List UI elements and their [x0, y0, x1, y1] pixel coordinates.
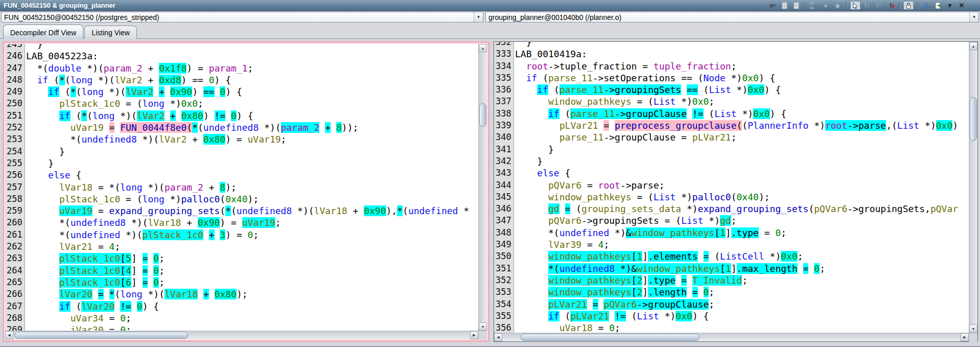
line-number: 269 [5, 324, 25, 331]
code-line: plStack_1c0 = (long *)palloc0(0x40); [25, 193, 478, 205]
horizontal-scroll-thumb[interactable] [521, 334, 699, 341]
menu-list-icon[interactable]: ≡▾ [767, 1, 778, 10]
line-number: 247 [5, 62, 25, 74]
code-line: if (lVar20 != 0) { [25, 300, 478, 312]
code-line: if (*(long *)(lVar2 + 0x80) != 0) { [25, 110, 478, 122]
horizontal-scroll-track[interactable] [13, 331, 470, 339]
line-number: 246 [5, 50, 25, 62]
line-number: 347 [494, 215, 514, 226]
function-comparison-window: FUN_00452150 & grouping_planner ≡▾10 01●… [0, 0, 980, 347]
horizontal-scrollbar-right[interactable]: ◀ ▶ [494, 333, 977, 341]
line-number: 263 [5, 252, 25, 264]
code-line: *(double *)(param_2 + 0x1f8) = param_1; [25, 62, 478, 74]
titlebar-toolbar: ≡▾10 01●◆f↓f↑f✗C▼✕ [767, 1, 980, 10]
lock-scroll-icon[interactable] [903, 1, 914, 10]
toolbar-separator [846, 2, 847, 9]
line-number: 254 [5, 146, 25, 157]
line-number: 356 [494, 322, 514, 333]
close-icon[interactable]: ✕ [956, 1, 967, 10]
line-number: 342 [494, 155, 514, 167]
code-line: window_pathkeys = (List *)palloc0(0x40); [514, 191, 969, 203]
code-line: if (*(long *)(lVar2 + 0xd8) == 0) { [25, 74, 478, 86]
code-area-left[interactable]: }LAB_0045223a: *(double *)(param_2 + 0x1… [25, 44, 478, 331]
horizontal-scrollbar-left[interactable]: ◀ ▶ [5, 331, 487, 339]
horizontal-scroll-thumb[interactable] [14, 332, 188, 339]
line-number: 350 [494, 250, 514, 262]
code-line: } [514, 144, 969, 155]
line-number: 355 [494, 310, 514, 322]
circle-icon[interactable]: ● [821, 1, 831, 10]
line-number: 348 [494, 227, 514, 239]
scroll-left-button[interactable]: ◀ [5, 331, 13, 339]
code-line: window_pathkeys[2].length = 0; [514, 286, 969, 298]
code-line: plStack_1c0 = (long *)0x0; [25, 98, 478, 109]
code-line: iVar30 = 0; [25, 324, 478, 331]
apply-markup-down-icon[interactable] [779, 1, 789, 10]
left-function-selector[interactable]: FUN_00452150@00452150 (/postgres_strippe… [1, 12, 483, 22]
code-line: uVar19 = expand_grouping_sets(*(undefine… [25, 205, 478, 217]
window-titlebar[interactable]: FUN_00452150 & grouping_planner ≡▾10 01●… [0, 0, 980, 11]
cursor-tracking-icon[interactable] [850, 1, 860, 10]
vertical-scroll-track[interactable] [479, 52, 487, 322]
apply-markup-up-icon[interactable] [791, 1, 801, 10]
line-number: 339 [494, 120, 514, 131]
line-number: 265 [5, 276, 25, 288]
code-line: *(undefined8 *)(lVar18 + 0x90) = uVar19; [25, 217, 478, 228]
line-number: 343 [494, 167, 514, 179]
line-number: 257 [5, 181, 25, 193]
code-line: window_pathkeys[2].type = T_Invalid; [514, 274, 969, 286]
code-line: if (parse_11->setOperations == (Node *)0… [514, 72, 969, 84]
tab-decompiler-diff-view[interactable]: Decompiler Diff View [3, 25, 83, 39]
line-number: 344 [494, 179, 514, 191]
line-number: 332 [494, 42, 514, 48]
scroll-right-button[interactable]: ▶ [470, 331, 478, 339]
line-number: 262 [5, 241, 25, 252]
line-number: 267 [5, 300, 25, 312]
vertical-scroll-track[interactable] [969, 50, 977, 325]
code-line: gd = (grouping_sets_data *)expand_groupi… [514, 203, 969, 215]
scroll-down-button[interactable]: ▼ [479, 322, 487, 331]
function-remove-icon[interactable]: f✗ [885, 1, 896, 10]
right-selector-dropdown-icon[interactable]: ▼ [969, 12, 978, 22]
c-source-icon[interactable]: C [921, 1, 931, 10]
tab-listing-view[interactable]: Listing View [84, 26, 136, 39]
scroll-left-button[interactable]: ◀ [494, 333, 502, 341]
binary-view-icon[interactable]: 10 01 [809, 1, 819, 10]
code-line: LAB_0045223a: [25, 50, 478, 62]
scroll-down-button[interactable]: ▼ [969, 325, 977, 333]
scroll-up-button[interactable]: ▲ [479, 44, 487, 52]
line-number: 346 [494, 203, 514, 215]
code-line: plStack_1c0[6] = 0; [25, 276, 478, 288]
left-function-selector-value: FUN_00452150@00452150 (/postgres_strippe… [2, 13, 474, 21]
code-line: *(undefined *)(plStack_1c0 + 3) = 0; [25, 229, 478, 241]
scroll-up-button[interactable]: ▲ [969, 42, 977, 50]
line-number: 336 [494, 84, 514, 96]
code-line: else { [514, 167, 969, 179]
code-area-right[interactable]: }LAB_0010419a: root->tuple_fraction = tu… [514, 42, 969, 333]
code-line: lVar21 = 4; [25, 241, 478, 252]
scrollbar-corner [969, 333, 977, 342]
vertical-scrollbar-right[interactable]: ▲ ▼ [969, 42, 977, 333]
function-next-icon[interactable]: f↓ [862, 1, 872, 10]
vertical-scroll-thumb[interactable] [479, 103, 486, 127]
code-line: else { [25, 169, 478, 181]
diamond-icon[interactable]: ◆ [832, 1, 843, 10]
left-selector-dropdown-icon[interactable]: ▼ [474, 12, 483, 22]
vertical-scroll-thumb[interactable] [970, 97, 977, 141]
code-line: LAB_0010419a: [514, 48, 969, 60]
code-line: pQVar6 = root->parse; [514, 179, 969, 191]
scroll-right-button[interactable]: ▶ [961, 333, 969, 341]
toolbar-dropdown-icon[interactable]: ▼ [945, 1, 955, 10]
line-number: 261 [5, 229, 25, 241]
line-number: 251 [5, 110, 25, 122]
line-number: 349 [494, 239, 514, 250]
right-function-selector[interactable]: grouping_planner@001040b0 (/planner.o) ▼ [485, 12, 979, 22]
vertical-scrollbar-left[interactable]: ▲ ▼ [478, 44, 487, 331]
code-line: parse_11->groupClause = pLVar21; [514, 131, 969, 143]
export-icon[interactable] [933, 1, 943, 10]
line-number: 253 [5, 133, 25, 145]
code-line: pQVar6->groupingSets = (List *)gd; [514, 215, 969, 226]
view-tabbar: Decompiler Diff View Listing View [0, 24, 980, 39]
horizontal-scroll-track[interactable] [502, 333, 961, 341]
function-previous-icon[interactable]: f↑ [874, 1, 884, 10]
